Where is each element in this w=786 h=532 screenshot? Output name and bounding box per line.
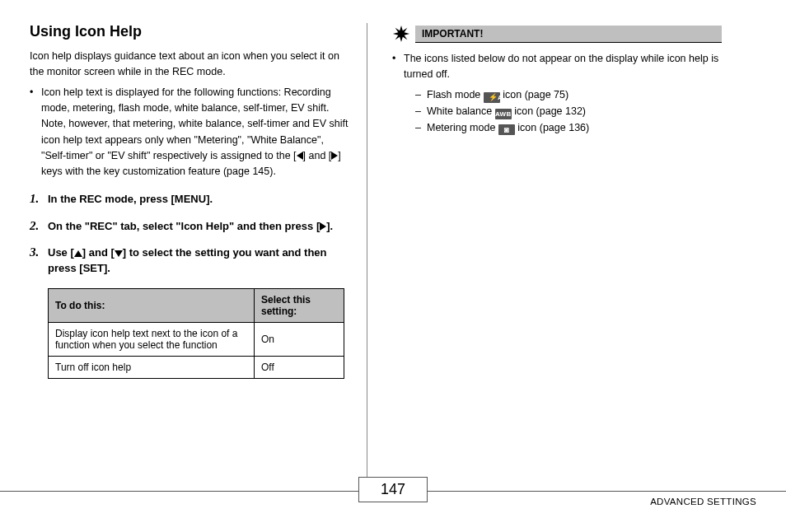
settings-table: To do this: Select this setting: Display…: [48, 288, 344, 379]
bullet-text-part: ] and [: [303, 150, 332, 161]
table-cell-setting: On: [255, 323, 344, 357]
flash-mode-icon: ⚡A: [484, 92, 500, 103]
item-text: icon (page 136): [515, 122, 589, 133]
table-cell-setting: Off: [255, 357, 344, 379]
item-text: Metering mode: [427, 122, 498, 133]
table-cell-action: Display icon help text next to the icon …: [49, 323, 255, 357]
table-header-row: To do this: Select this setting:: [49, 289, 344, 323]
item-text: icon (page 132): [512, 105, 586, 117]
step-number: 1.: [30, 190, 39, 208]
procedure-steps: 1. In the REC mode, press [MENU]. 2. On …: [30, 192, 350, 277]
bullet-text-part: Icon help text is displayed for the foll…: [41, 86, 348, 162]
page-number: 147: [358, 477, 428, 502]
important-label: IMPORTANT!: [415, 26, 722, 43]
info-bullet-list: Icon help text is displayed for the foll…: [30, 85, 350, 180]
down-arrow-icon: [115, 250, 123, 257]
item-text: icon (page 75): [500, 89, 568, 100]
left-arrow-icon: [297, 152, 303, 160]
metering-mode-icon: ◙: [498, 124, 515, 135]
table-header-setting: Select this setting:: [255, 289, 344, 323]
svg-marker-0: [393, 26, 409, 42]
table-row: Display icon help text next to the icon …: [49, 323, 344, 357]
important-lead-text: The icons listed below do not appear on …: [404, 53, 718, 80]
important-banner: IMPORTANT!: [392, 25, 722, 43]
info-bullet: Icon help text is displayed for the foll…: [30, 85, 350, 180]
item-text: Flash mode: [427, 89, 484, 100]
section-heading: Using Icon Help: [30, 23, 350, 40]
intro-paragraph: Icon help displays guidance text about a…: [30, 49, 350, 80]
list-item: Flash mode ⚡A icon (page 75): [415, 86, 722, 103]
list-item: Metering mode ◙ icon (page 136): [415, 119, 722, 136]
footer-section-label: ADVANCED SETTINGS: [650, 497, 756, 506]
starburst-icon: [392, 25, 410, 43]
step-text-part: Use [: [48, 246, 74, 259]
icon-off-list: Flash mode ⚡A icon (page 75) White balan…: [404, 86, 722, 136]
step-1: 1. In the REC mode, press [MENU].: [30, 192, 350, 208]
step-3: 3. Use [] and [] to select the setting y…: [30, 245, 350, 277]
item-text: White balance: [427, 105, 495, 117]
step-text-part: On the "REC" tab, select "Icon Help" and…: [48, 220, 320, 232]
step-number: 2.: [30, 217, 39, 236]
up-arrow-icon: [74, 250, 82, 257]
two-column-layout: Using Icon Help Icon help displays guida…: [30, 23, 756, 484]
white-balance-icon: AWB: [495, 109, 512, 119]
page-footer: 147 ADVANCED SETTINGS: [0, 491, 786, 520]
important-bullet: The icons listed below do not appear on …: [392, 51, 722, 136]
table-cell-action: Turn off icon help: [49, 357, 255, 379]
manual-page: Using Icon Help Icon help displays guida…: [0, 0, 786, 532]
left-column: Using Icon Help Icon help displays guida…: [30, 23, 367, 484]
step-2: 2. On the "REC" tab, select "Icon Help" …: [30, 219, 350, 235]
table-row: Turn off icon help Off: [49, 357, 344, 379]
step-text-part: ] and [: [82, 246, 115, 259]
step-text-part: ].: [326, 220, 333, 232]
right-column: IMPORTANT! The icons listed below do not…: [367, 23, 722, 484]
step-text: In the REC mode, press [MENU].: [48, 193, 213, 205]
table-header-action: To do this:: [49, 289, 255, 323]
step-number: 3.: [30, 244, 39, 262]
important-bullet-list: The icons listed below do not appear on …: [392, 51, 722, 136]
list-item: White balance AWB icon (page 132): [415, 103, 722, 119]
